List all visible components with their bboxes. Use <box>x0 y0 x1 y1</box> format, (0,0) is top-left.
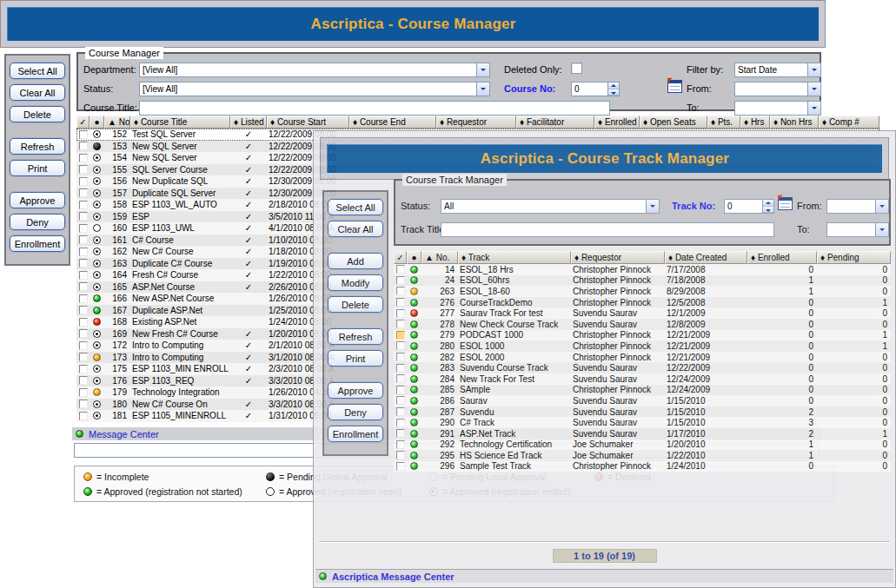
track-row[interactable]: 285 SAmple Christopher Pinnock 12/24/200… <box>394 385 891 396</box>
track-row[interactable]: 290 C# Track Suvendu Saurav 1/15/2010 3 … <box>394 417 891 428</box>
column-header[interactable]: ♦ Date Created <box>665 251 747 264</box>
panel-button[interactable]: Delete <box>10 106 65 122</box>
column-header[interactable]: ▲ No. <box>104 116 130 129</box>
panel-button[interactable]: Refresh <box>328 328 383 345</box>
deleted-only-checkbox[interactable] <box>571 63 582 74</box>
column-header[interactable]: ♦ Requestor <box>436 116 516 129</box>
track-row[interactable]: 276 CourseTrackDemo Christopher Pinnock … <box>394 297 891 308</box>
column-header[interactable]: ♦ Non Hrs <box>770 116 819 129</box>
row-checkbox[interactable] <box>79 365 88 373</box>
to-select[interactable] <box>734 101 821 116</box>
row-checkbox[interactable] <box>79 388 88 397</box>
row-checkbox[interactable] <box>396 331 405 340</box>
row-checkbox[interactable] <box>79 224 88 233</box>
panel-button[interactable]: Clear All <box>10 84 65 101</box>
row-checkbox[interactable] <box>79 329 88 338</box>
track-row[interactable]: 291 ASP.Net Track Suvendu Saurav 1/17/20… <box>394 428 891 439</box>
department-select[interactable]: [View All] <box>139 63 490 77</box>
row-checkbox[interactable] <box>79 201 88 209</box>
column-header[interactable]: ✓ <box>394 251 407 264</box>
course-title-input[interactable] <box>139 101 610 116</box>
track-row[interactable]: 287 Suvendu Suvendu Saurav 1/15/2010 2 0 <box>394 406 891 418</box>
column-header[interactable]: ♦ Comp # <box>819 116 879 129</box>
column-header[interactable]: ● <box>90 116 104 129</box>
track-no-input[interactable] <box>725 200 762 213</box>
column-header[interactable]: ✓ <box>76 116 90 129</box>
row-checkbox[interactable] <box>396 309 405 318</box>
row-checkbox[interactable] <box>396 386 405 394</box>
panel-button[interactable]: Approve <box>328 382 383 399</box>
panel-button[interactable]: Clear All <box>328 221 383 237</box>
track-row[interactable]: 292 Technology Certification Joe Schumak… <box>394 439 891 451</box>
row-checkbox[interactable] <box>396 419 405 427</box>
row-checkbox[interactable] <box>79 130 88 139</box>
status-select[interactable]: All <box>441 199 660 214</box>
panel-button[interactable]: Refresh <box>10 138 65 155</box>
message-center-bar[interactable]: Ascriptica Message Center <box>315 569 893 583</box>
row-checkbox[interactable] <box>79 318 88 327</box>
panel-button[interactable]: Print <box>10 160 65 176</box>
column-header[interactable]: ♦ Pts. <box>707 116 740 129</box>
column-header[interactable]: ♦ Enrolled <box>594 116 640 129</box>
to-select[interactable] <box>826 222 889 237</box>
column-header[interactable]: ♦ Course End <box>349 116 436 129</box>
row-checkbox[interactable] <box>79 412 88 420</box>
row-checkbox[interactable] <box>396 320 405 328</box>
column-header[interactable]: ♦ Track <box>458 251 571 264</box>
row-checkbox[interactable] <box>396 298 405 307</box>
row-checkbox[interactable] <box>79 306 88 314</box>
column-header[interactable]: ♦ Pending <box>817 251 891 264</box>
track-row[interactable]: 286 Saurav Suvendu Saurav 1/15/2010 0 0 <box>394 395 891 406</box>
row-checkbox[interactable] <box>396 462 405 471</box>
row-checkbox[interactable] <box>79 235 88 244</box>
row-checkbox[interactable] <box>79 177 88 186</box>
status-select[interactable]: [View All] <box>139 82 490 96</box>
track-row[interactable]: 278 New Check Course Track Suvendu Saura… <box>394 319 891 330</box>
track-row[interactable]: 14 ESOL_18 Hrs Christopher Pinnock 7/17/… <box>394 264 891 275</box>
row-checkbox[interactable] <box>79 188 88 197</box>
row-checkbox[interactable] <box>79 248 88 256</box>
row-checkbox[interactable] <box>396 429 405 438</box>
spin-down-button[interactable] <box>608 89 619 96</box>
row-checkbox[interactable] <box>396 374 405 383</box>
track-row[interactable]: 24 ESOL_60hrs Christopher Pinnock 7/18/2… <box>394 275 891 287</box>
column-header[interactable]: ▲ No. <box>421 251 458 264</box>
row-checkbox[interactable] <box>396 265 405 274</box>
row-checkbox[interactable] <box>79 294 88 303</box>
row-checkbox[interactable] <box>396 341 405 350</box>
row-checkbox[interactable] <box>396 407 405 416</box>
track-row[interactable]: 282 ESOL 2000 Christopher Pinnock 12/21/… <box>394 352 891 363</box>
column-header[interactable]: ♦ Listed <box>230 116 267 129</box>
column-header[interactable]: ♦ Facilitator <box>516 116 594 129</box>
panel-button[interactable]: Enrollment <box>10 235 65 252</box>
row-checkbox[interactable] <box>79 282 88 291</box>
row-checkbox[interactable] <box>79 165 88 174</box>
row-checkbox[interactable] <box>396 396 405 405</box>
spin-up-button[interactable] <box>608 83 619 89</box>
row-checkbox[interactable] <box>79 259 88 268</box>
track-no-spinner[interactable] <box>724 199 774 214</box>
track-title-input[interactable] <box>441 222 774 237</box>
row-checkbox[interactable] <box>79 142 88 150</box>
column-header[interactable]: ♦ Hrs <box>740 116 770 129</box>
track-row[interactable]: 296 Sample Test Track Christopher Pinnoc… <box>394 461 891 472</box>
track-row[interactable]: 284 New Track For Test Suvendu Saurav 12… <box>394 373 891 385</box>
course-no-spinner[interactable] <box>571 82 620 96</box>
row-checkbox[interactable] <box>79 271 88 280</box>
from-select[interactable] <box>734 82 821 96</box>
row-checkbox[interactable] <box>396 451 405 459</box>
column-header[interactable]: ♦ Course Title <box>130 116 230 129</box>
track-row[interactable]: 280 ESOL 1000 Christopher Pinnock 12/21/… <box>394 340 891 352</box>
panel-button[interactable]: Approve <box>10 192 65 208</box>
track-row[interactable]: 295 HS Science Ed Track Joe Schumaker 1/… <box>394 450 891 461</box>
row-checkbox[interactable] <box>79 353 88 361</box>
panel-button[interactable]: Deny <box>328 404 383 420</box>
row-checkbox[interactable] <box>396 353 405 361</box>
row-checkbox[interactable] <box>79 154 88 162</box>
calendar-icon[interactable] <box>778 197 793 210</box>
from-select[interactable] <box>826 199 889 214</box>
track-row[interactable]: 277 Saurav Track For test Suvendu Saurav… <box>394 307 891 319</box>
column-header[interactable]: ♦ Enrolled <box>747 251 817 264</box>
filter-by-select[interactable]: Start Date <box>734 63 821 77</box>
panel-button[interactable]: Modify <box>328 274 383 291</box>
